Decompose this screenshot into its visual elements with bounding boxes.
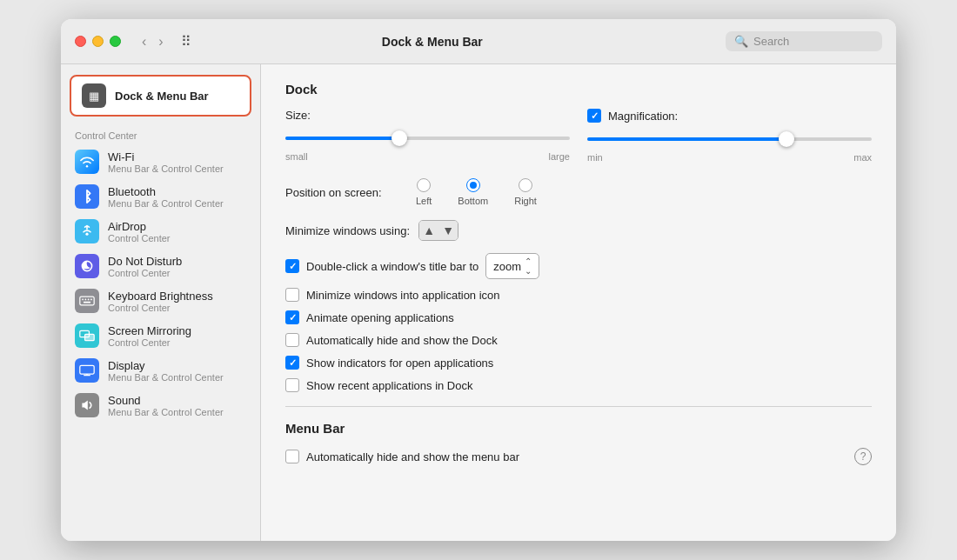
magnification-row: ✓ Magnification: (587, 109, 872, 123)
dnd-text: Do Not Disturb Control Center (108, 255, 182, 278)
wifi-icon (75, 150, 99, 174)
svg-point-0 (85, 233, 88, 236)
minimize-into-app-checkbox[interactable] (285, 288, 299, 302)
wifi-text: Wi-Fi Menu Bar & Control Center (108, 150, 224, 174)
help-button[interactable]: ? (854, 448, 872, 465)
sidebar-item-bluetooth[interactable]: Bluetooth Menu Bar & Control Center (61, 179, 260, 214)
minimize-stepper[interactable]: ▲ ▼ (418, 220, 458, 241)
show-recent-row: Show recent applications in Dock (285, 378, 872, 392)
mag-slider-thumb[interactable] (779, 131, 794, 147)
keyboard-brightness-icon (75, 289, 99, 313)
radio-bottom-circle (466, 178, 480, 192)
magnification-checkbox[interactable]: ✓ (587, 109, 601, 123)
close-button[interactable] (75, 36, 86, 47)
mag-slider-track[interactable] (587, 131, 872, 147)
auto-hide-menu-checkbox[interactable] (285, 450, 299, 463)
stepper-up[interactable]: ▲ (419, 221, 438, 240)
size-slider-labels: small large (285, 151, 570, 162)
minimize-row: Minimize windows using: ▲ ▼ (285, 220, 872, 241)
minimize-into-app-row: Minimize windows into application icon (285, 288, 872, 302)
animate-opening-checkbox[interactable]: ✓ (285, 310, 299, 324)
auto-hide-dock-row: Automatically hide and show the Dock (285, 333, 872, 347)
position-bottom[interactable]: Bottom (458, 178, 488, 206)
airdrop-text: AirDrop Control Center (108, 220, 171, 243)
double-click-row: ✓ Double-click a window's title bar to z… (285, 253, 872, 279)
svg-rect-9 (80, 365, 94, 374)
svg-rect-4 (88, 299, 90, 301)
dock-menu-bar-icon: ▦ (82, 83, 106, 108)
double-click-dropdown[interactable]: zoom ⌃⌄ (485, 253, 539, 279)
radio-bottom-dot (470, 182, 477, 189)
minimize-label: Minimize windows using: (285, 224, 410, 237)
double-click-label: Double-click a window's title bar to (306, 260, 478, 273)
radio-left-label: Left (416, 196, 432, 206)
menu-bar-section: Menu Bar Automatically hide and show the… (285, 421, 872, 465)
animate-opening-label: Animate opening applications (306, 311, 454, 324)
traffic-lights (75, 36, 121, 47)
radio-options: Left Bottom Right (416, 178, 537, 206)
dock-section-title: Dock (285, 82, 872, 97)
back-button[interactable]: ‹ (138, 32, 150, 51)
menu-bar-title: Menu Bar (285, 421, 872, 436)
sidebar-item-screen-mirroring[interactable]: Screen Mirroring Control Center (61, 318, 260, 353)
display-text: Display Menu Bar & Control Center (108, 359, 224, 383)
sidebar-item-dnd[interactable]: Do Not Disturb Control Center (61, 249, 260, 283)
auto-hide-dock-checkbox[interactable] (285, 333, 299, 347)
auto-hide-menu-label: Automatically hide and show the menu bar (306, 450, 519, 463)
show-indicators-checkbox[interactable]: ✓ (285, 356, 299, 370)
window-title: Dock & Menu Bar (150, 35, 715, 49)
keyboard-brightness-text: Keyboard Brightness Control Center (108, 290, 213, 313)
auto-hide-dock-label: Automatically hide and show the Dock (306, 334, 498, 347)
titlebar: ‹ › ⠿ Dock & Menu Bar 🔍 (61, 19, 896, 64)
dock-menu-bar-label: Dock & Menu Bar (115, 90, 209, 103)
sidebar-item-sound[interactable]: Sound Menu Bar & Control Center (61, 388, 260, 423)
svg-rect-2 (82, 299, 84, 301)
sound-icon (75, 393, 99, 417)
radio-right-circle (519, 178, 532, 192)
size-label: Size: (285, 109, 570, 122)
main-content: Dock Size: small large (261, 64, 896, 541)
double-click-checkbox[interactable]: ✓ (285, 259, 299, 273)
position-right[interactable]: Right (514, 178, 537, 206)
show-indicators-row: ✓ Show indicators for open applications (285, 356, 872, 370)
sidebar-item-display[interactable]: Display Menu Bar & Control Center (61, 353, 260, 388)
svg-rect-3 (85, 299, 87, 301)
size-slider-track[interactable] (285, 130, 570, 146)
main-window: ‹ › ⠿ Dock & Menu Bar 🔍 ▦ Dock & Menu Ba… (61, 19, 896, 541)
sidebar-item-keyboard-brightness[interactable]: Keyboard Brightness Control Center (61, 283, 260, 318)
control-center-section-label: Control Center (61, 123, 260, 144)
show-recent-label: Show recent applications in Dock (306, 379, 473, 392)
dnd-icon (75, 254, 99, 278)
stepper-down[interactable]: ▼ (438, 221, 458, 240)
radio-right-label: Right (514, 196, 537, 206)
section-divider (285, 406, 872, 407)
minimize-button[interactable] (92, 36, 104, 47)
position-label: Position on screen: (285, 186, 416, 199)
bluetooth-icon (75, 184, 99, 209)
sidebar-item-dock-menu-bar[interactable]: ▦ Dock & Menu Bar (70, 75, 251, 117)
sidebar-item-airdrop[interactable]: AirDrop Control Center (61, 214, 260, 249)
svg-rect-5 (90, 299, 92, 301)
position-left[interactable]: Left (416, 178, 432, 206)
search-box[interactable]: 🔍 (726, 31, 882, 51)
sound-text: Sound Menu Bar & Control Center (108, 394, 224, 417)
mag-slider-labels: min max (587, 152, 872, 163)
position-row: Position on screen: Left Bottom R (285, 178, 872, 206)
bluetooth-text: Bluetooth Menu Bar & Control Center (108, 185, 224, 209)
dropdown-arrow-icon: ⌃⌄ (525, 257, 532, 276)
animate-opening-row: ✓ Animate opening applications (285, 310, 872, 324)
sidebar: ▦ Dock & Menu Bar Control Center Wi-Fi M… (61, 64, 261, 541)
svg-rect-6 (84, 302, 90, 303)
maximize-button[interactable] (110, 36, 121, 47)
show-recent-checkbox[interactable] (285, 378, 299, 392)
size-slider-thumb[interactable] (392, 130, 407, 146)
magnification-label: Magnification: (608, 110, 678, 123)
sidebar-item-wifi[interactable]: Wi-Fi Menu Bar & Control Center (61, 144, 260, 179)
display-icon (75, 358, 99, 383)
search-input[interactable] (753, 35, 873, 48)
screen-mirroring-text: Screen Mirroring Control Center (108, 324, 191, 348)
double-click-value: zoom (493, 260, 521, 273)
content-area: ▦ Dock & Menu Bar Control Center Wi-Fi M… (61, 64, 896, 541)
screen-mirroring-icon (75, 323, 99, 348)
svg-rect-1 (80, 297, 94, 305)
